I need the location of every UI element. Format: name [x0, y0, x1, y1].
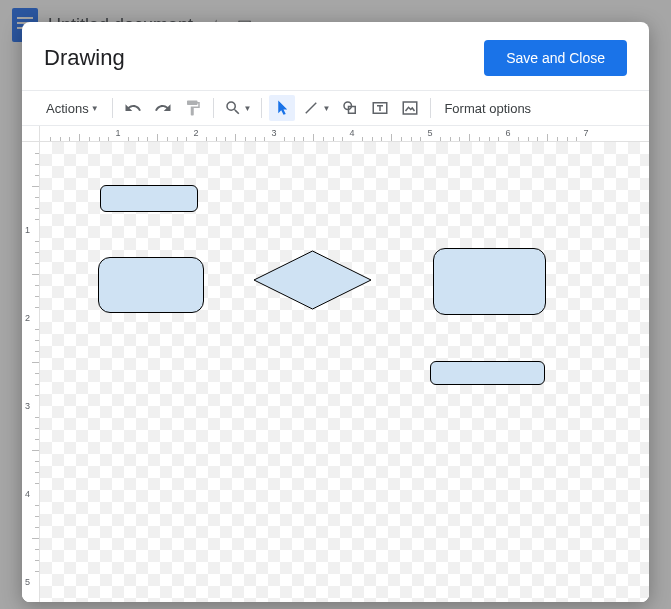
- shape-roundrect-small[interactable]: [100, 185, 198, 212]
- ruler-corner: [22, 126, 40, 142]
- canvas-area: 1234567 12345: [22, 126, 649, 602]
- separator: [112, 98, 113, 118]
- textbox-tool[interactable]: [367, 95, 393, 121]
- select-tool[interactable]: [269, 95, 295, 121]
- zoom-menu[interactable]: ▼: [221, 95, 255, 121]
- cursor-icon: [273, 99, 291, 117]
- undo-icon: [124, 99, 142, 117]
- separator: [213, 98, 214, 118]
- image-icon: [401, 99, 419, 117]
- separator: [430, 98, 431, 118]
- shape-roundrect-small[interactable]: [430, 361, 545, 385]
- textbox-icon: [371, 99, 389, 117]
- undo-button[interactable]: [120, 95, 146, 121]
- svg-marker-4: [254, 251, 371, 309]
- paint-format-icon: [184, 99, 202, 117]
- drawing-modal: Drawing Save and Close Actions▼ ▼ ▼: [22, 22, 649, 602]
- format-options-button[interactable]: Format options: [438, 95, 537, 121]
- shape-icon: [341, 99, 359, 117]
- line-tool-menu[interactable]: ▼: [299, 95, 333, 121]
- actions-label: Actions: [46, 101, 89, 116]
- actions-menu[interactable]: Actions▼: [40, 95, 105, 121]
- drawing-canvas[interactable]: [40, 142, 649, 602]
- ruler-horizontal: 1234567: [40, 126, 649, 142]
- line-icon: [302, 99, 320, 117]
- save-and-close-button[interactable]: Save and Close: [484, 40, 627, 76]
- modal-title: Drawing: [44, 45, 125, 71]
- shape-tool-menu[interactable]: [337, 95, 363, 121]
- separator: [261, 98, 262, 118]
- shape-roundrect-big[interactable]: [433, 248, 546, 315]
- paint-format-button[interactable]: [180, 95, 206, 121]
- drawing-toolbar: Actions▼ ▼ ▼: [22, 90, 649, 126]
- redo-icon: [154, 99, 172, 117]
- redo-button[interactable]: [150, 95, 176, 121]
- zoom-icon: [224, 99, 242, 117]
- modal-header: Drawing Save and Close: [22, 22, 649, 90]
- shape-roundrect-big[interactable]: [98, 257, 204, 313]
- ruler-vertical: 12345: [22, 142, 40, 602]
- shape-diamond[interactable]: [253, 250, 372, 310]
- image-tool[interactable]: [397, 95, 423, 121]
